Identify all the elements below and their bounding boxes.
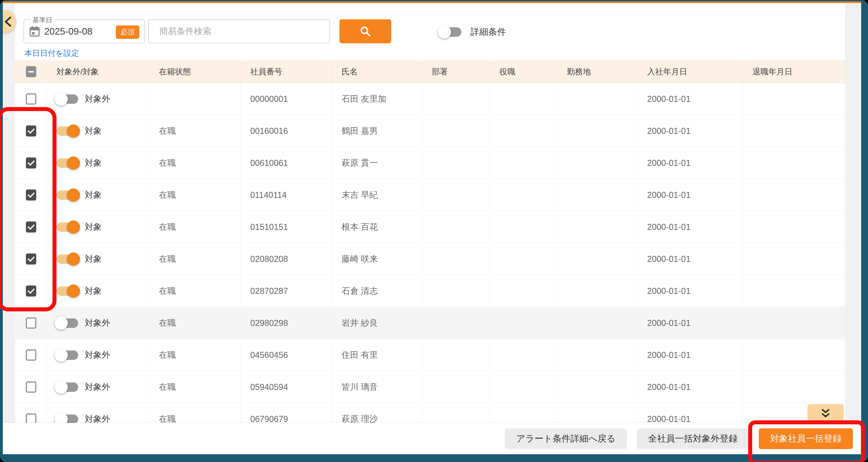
target-toggle[interactable] — [57, 318, 78, 328]
search-button[interactable] — [339, 19, 391, 43]
status-cell: 在職 — [150, 371, 241, 403]
column-header-location[interactable]: 勤務地 — [557, 60, 638, 83]
target-toggle[interactable] — [57, 286, 78, 296]
toggle-thumb — [55, 92, 68, 106]
department-cell — [422, 339, 490, 371]
toggle-thumb — [67, 284, 80, 298]
advanced-filter-toggle[interactable] — [440, 27, 461, 37]
hire-date-cell: 2000-01-01 — [638, 147, 743, 179]
target-toggle-label: 対象 — [85, 221, 102, 233]
target-toggle-label: 対象外 — [85, 381, 110, 393]
toggle-thumb — [55, 348, 68, 362]
retire-date-cell — [743, 307, 843, 339]
column-header-retire-date[interactable]: 退職年月日 — [743, 60, 843, 83]
target-toggle[interactable] — [57, 126, 78, 136]
set-today-link[interactable]: 本日日付を設定 — [25, 48, 79, 59]
column-header-hire-date[interactable]: 入社年月日 — [638, 60, 743, 83]
row-checkbox[interactable] — [26, 381, 36, 393]
retire-date-cell — [743, 339, 843, 371]
department-cell — [422, 307, 490, 339]
advanced-filter-label: 詳細条件 — [470, 26, 506, 38]
row-checkbox[interactable] — [26, 221, 36, 233]
select-all-checkbox[interactable] — [26, 66, 36, 77]
target-toggle[interactable] — [57, 158, 78, 168]
toggle-thumb — [67, 124, 80, 138]
retire-date-cell — [743, 147, 843, 179]
column-header-target[interactable]: 対象外/対象 — [47, 60, 150, 83]
row-checkbox[interactable] — [26, 93, 36, 104]
work-location-cell — [557, 307, 638, 339]
table-row: 対象 在職 00160016 鶴田 嘉男 2000-01-01 — [15, 115, 845, 147]
target-toggle-label: 対象外 — [85, 349, 110, 361]
position-cell — [490, 211, 557, 243]
table-row: 対象 在職 00610061 萩原 貫一 2000-01-01 — [15, 147, 845, 179]
work-location-cell — [557, 275, 638, 307]
row-checkbox[interactable] — [26, 317, 36, 329]
footer-action-bar: アラート条件詳細へ戻る 全社員一括対象外登録 対象社員一括登録 — [3, 423, 861, 454]
row-checkbox[interactable] — [26, 125, 36, 136]
position-cell — [490, 243, 557, 275]
status-cell: 在職 — [150, 307, 241, 339]
retire-date-cell — [743, 115, 843, 147]
work-location-cell — [557, 211, 638, 243]
target-toggle[interactable] — [57, 94, 78, 104]
bulk-register-targets-button[interactable]: 対象社員一括登録 — [759, 428, 853, 449]
row-checkbox[interactable] — [26, 413, 36, 423]
checkbox-cell — [15, 83, 47, 115]
target-toggle[interactable] — [57, 190, 78, 200]
toggle-thumb — [67, 188, 80, 202]
toggle-thumb — [67, 156, 80, 170]
target-toggle[interactable] — [57, 350, 78, 360]
department-cell — [422, 147, 490, 179]
table-row: 対象 在職 01140114 末吉 早紀 2000-01-01 — [15, 179, 845, 211]
employee-number-cell: 01510151 — [241, 211, 332, 243]
bulk-exclude-all-button[interactable]: 全社員一括対象外登録 — [637, 428, 749, 449]
retire-date-cell — [743, 275, 843, 307]
target-cell: 対象 — [47, 179, 150, 211]
status-cell: 在職 — [150, 339, 241, 371]
target-toggle[interactable] — [57, 414, 78, 423]
checkbox-cell — [15, 147, 47, 179]
column-header-status[interactable]: 在籍状態 — [150, 60, 241, 83]
employee-name-cell: 萩原 貫一 — [332, 147, 422, 179]
work-location-cell — [557, 243, 638, 275]
employee-name-cell: 石倉 清志 — [332, 275, 422, 307]
quick-search-input[interactable]: 簡易条件検索 — [148, 19, 330, 43]
row-checkbox[interactable] — [26, 157, 36, 168]
table-row: 対象 在職 02080208 藤崎 咲来 2000-01-01 — [15, 243, 845, 275]
employee-number-cell: 04560456 — [241, 339, 332, 371]
scroll-to-bottom-button[interactable] — [807, 404, 844, 423]
status-cell: 在職 — [150, 147, 241, 179]
retire-date-cell — [743, 371, 843, 403]
status-cell: 在職 — [150, 403, 241, 423]
row-checkbox[interactable] — [26, 189, 36, 201]
row-checkbox[interactable] — [26, 253, 36, 265]
hire-date-cell: 2000-01-01 — [638, 243, 743, 275]
checkbox-cell — [15, 307, 47, 339]
hire-date-cell: 2000-01-01 — [638, 371, 743, 403]
base-date-field[interactable]: 基準日 2025-09-08 必須 — [24, 19, 145, 43]
target-toggle[interactable] — [57, 222, 78, 232]
column-header-name[interactable]: 氏名 — [332, 60, 422, 83]
calendar-icon[interactable] — [29, 26, 40, 37]
target-toggle-label: 対象 — [85, 125, 102, 137]
employee-name-cell: 萩原 理沙 — [332, 403, 422, 423]
required-badge: 必須 — [116, 25, 140, 39]
checkbox-cell — [15, 371, 47, 403]
target-toggle[interactable] — [57, 382, 78, 392]
target-toggle[interactable] — [57, 254, 78, 264]
column-header-department[interactable]: 部署 — [422, 60, 490, 83]
scrollbar-track[interactable] — [845, 3, 861, 423]
employee-table: 対象外/対象 在籍状態 社員番号 氏名 部署 役職 勤務地 入社年月日 退職年月… — [15, 60, 845, 423]
target-toggle-label: 対象 — [85, 253, 102, 265]
column-header-emp-no[interactable]: 社員番号 — [241, 60, 332, 83]
table-row: 対象 在職 01510151 根本 百花 2000-01-01 — [15, 211, 845, 243]
employee-number-cell: 00160016 — [241, 115, 332, 147]
checkbox-cell — [15, 275, 47, 307]
work-location-cell — [557, 339, 638, 371]
column-header-position[interactable]: 役職 — [490, 60, 557, 83]
row-checkbox[interactable] — [26, 285, 36, 297]
row-checkbox[interactable] — [26, 349, 36, 361]
chevron-left-icon — [4, 16, 12, 27]
back-to-alert-conditions-button[interactable]: アラート条件詳細へ戻る — [505, 428, 627, 449]
